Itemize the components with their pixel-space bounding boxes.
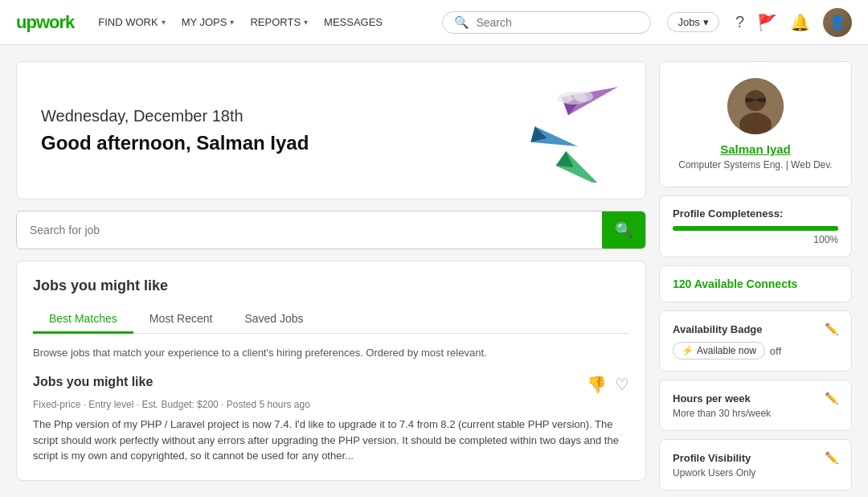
jobs-section-title: Jobs you might like (33, 277, 629, 294)
nav: FIND WORK ▾ MY JOPS ▾ REPORTS ▾ MESSAGES (98, 16, 383, 28)
profile-title: Computer Systems Eng. | Web Dev. (678, 159, 832, 170)
completeness-percent: 100% (673, 234, 838, 245)
connects-label[interactable]: 120 Available Connects (673, 277, 838, 290)
jobs-section: Jobs you might like Best Matches Most Re… (16, 261, 646, 481)
availability-badge-row: ⚡ Available now off (673, 342, 838, 359)
flag-icon[interactable]: 🚩 (757, 13, 777, 32)
svg-point-7 (574, 91, 593, 102)
available-badge-label: Available now (697, 345, 756, 356)
main-content: Wednesday, December 18th Good afternoon,… (0, 45, 868, 497)
hours-card: Hours per week ✏️ More than 30 hrs/week (659, 380, 852, 431)
jobs-dropdown-caret: ▾ (703, 16, 709, 28)
profile-avatar[interactable] (727, 78, 784, 134)
visibility-card: Profile Visibility ✏️ Upwork Users Only (659, 439, 852, 491)
right-column: Salman Iyad Computer Systems Eng. | Web … (659, 61, 852, 491)
progress-bar-fill (673, 226, 838, 231)
header-icons: ? 🚩 🔔 👤 (735, 8, 852, 37)
progress-bar-background (673, 226, 838, 231)
availability-status: off (770, 345, 781, 357)
paper-planes-illustration (501, 86, 621, 175)
job-card-actions: 👎 ♡ (587, 375, 629, 394)
availability-badge-card: Availability Badge ✏️ ⚡ Available now of… (659, 310, 852, 372)
browse-description: Browse jobs that match your experience t… (33, 347, 629, 359)
header: upwork FIND WORK ▾ MY JOPS ▾ REPORTS ▾ M… (0, 0, 868, 45)
job-card: Jobs you might like 👎 ♡ Fixed-price · En… (33, 375, 629, 464)
reports-caret: ▾ (304, 18, 308, 27)
dislike-button[interactable]: 👎 (587, 375, 607, 394)
profile-name[interactable]: Salman Iyad (720, 142, 791, 156)
completeness-label: Profile Completeness: (673, 207, 838, 220)
job-description: The Php version of my PHP / Laravel proj… (33, 417, 629, 464)
job-search-button[interactable]: 🔍 (602, 212, 645, 249)
search-input[interactable] (476, 16, 639, 29)
profile-avatar-image (727, 78, 784, 134)
job-meta: Fixed-price · Entry level · Est. Budget:… (33, 399, 629, 410)
my-jops-caret: ▾ (230, 18, 234, 27)
tab-best-matches[interactable]: Best Matches (33, 306, 133, 334)
tabs: Best Matches Most Recent Saved Jobs (33, 306, 629, 334)
nav-my-jops[interactable]: MY JOPS ▾ (182, 16, 235, 28)
availability-badge-header: Availability Badge ✏️ (673, 322, 838, 335)
planes-svg (501, 86, 629, 183)
greeting-name: Good afternoon, Salman Iyad (41, 132, 309, 154)
greeting-date: Wednesday, December 18th (41, 107, 309, 125)
hours-header: Hours per week ✏️ (673, 392, 838, 405)
jobs-dropdown[interactable]: Jobs ▾ (667, 12, 719, 32)
hours-value: More than 30 hrs/week (673, 408, 838, 419)
job-card-header: Jobs you might like 👎 ♡ (33, 375, 629, 394)
profile-card: Salman Iyad Computer Systems Eng. | Web … (659, 61, 852, 187)
available-now-badge[interactable]: ⚡ Available now (673, 342, 765, 359)
find-work-caret: ▾ (162, 18, 166, 27)
like-button[interactable]: ♡ (615, 375, 629, 394)
svg-point-8 (557, 95, 573, 103)
availability-edit-icon[interactable]: ✏️ (825, 322, 838, 335)
job-search-bar: 🔍 (16, 211, 646, 249)
hours-title: Hours per week (673, 392, 751, 405)
hours-edit-icon[interactable]: ✏️ (825, 392, 838, 405)
avatar-image: 👤 (823, 8, 852, 37)
visibility-header: Profile Visibility ✏️ (673, 451, 838, 464)
bolt-icon: ⚡ (682, 345, 694, 356)
nav-reports[interactable]: REPORTS ▾ (250, 16, 308, 28)
visibility-edit-icon[interactable]: ✏️ (825, 451, 838, 464)
greeting-card: Wednesday, December 18th Good afternoon,… (16, 61, 646, 199)
profile-completeness-card: Profile Completeness: 100% (659, 195, 852, 257)
notification-icon[interactable]: 🔔 (790, 13, 810, 32)
tab-most-recent[interactable]: Most Recent (133, 306, 229, 334)
svg-rect-13 (758, 98, 766, 102)
search-icon: 🔍 (454, 15, 469, 30)
availability-badge-title: Availability Badge (673, 323, 763, 335)
help-icon[interactable]: ? (735, 13, 744, 31)
nav-messages[interactable]: MESSAGES (324, 16, 383, 28)
svg-rect-12 (745, 98, 753, 102)
left-column: Wednesday, December 18th Good afternoon,… (16, 61, 646, 491)
job-search-icon: 🔍 (615, 221, 633, 239)
visibility-title: Profile Visibility (673, 452, 751, 464)
avatar[interactable]: 👤 (823, 8, 852, 37)
job-card-title: Jobs you might like (33, 375, 153, 389)
connects-card: 120 Available Connects (659, 265, 852, 302)
job-search-input[interactable] (17, 214, 602, 246)
search-bar: 🔍 (442, 11, 651, 34)
logo[interactable]: upwork (16, 12, 74, 33)
greeting-text: Wednesday, December 18th Good afternoon,… (41, 107, 309, 154)
tab-saved-jobs[interactable]: Saved Jobs (228, 306, 319, 334)
nav-find-work[interactable]: FIND WORK ▾ (98, 16, 165, 28)
visibility-value: Upwork Users Only (673, 467, 838, 479)
